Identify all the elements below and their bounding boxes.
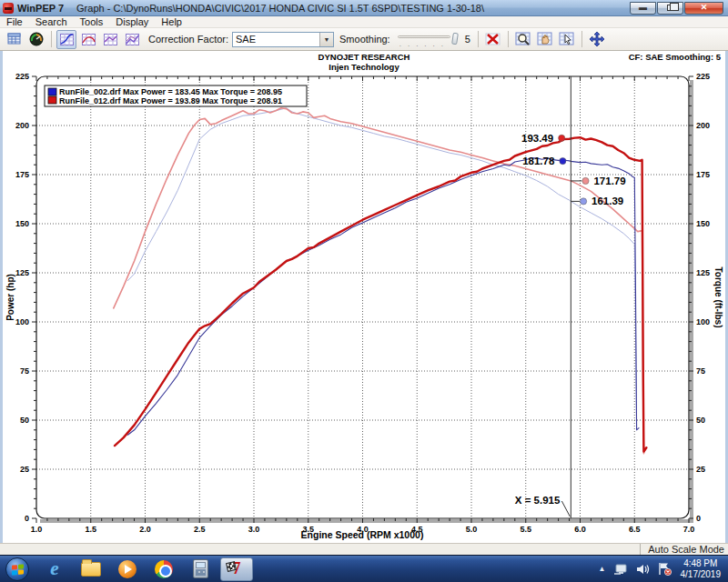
svg-text:225: 225 — [696, 72, 710, 81]
svg-text:25: 25 — [20, 465, 29, 474]
taskbar-internet-explorer[interactable]: e — [38, 557, 71, 581]
clock-time: 4:48 PM — [681, 558, 722, 569]
delete-graph-button[interactable] — [483, 30, 503, 49]
magnifier-icon — [515, 32, 531, 46]
hand-icon — [537, 32, 553, 46]
correction-factor-select[interactable]: SAE ▼ — [232, 32, 334, 47]
combo-dropdown-icon[interactable]: ▼ — [319, 33, 333, 46]
toolbar-separator — [581, 31, 582, 47]
taskbar-chrome[interactable] — [147, 557, 180, 581]
legend-run012: RunFile_012.drf Max Power = 193.89 Max T… — [59, 96, 282, 105]
winpep-taskbar-icon: 7 — [233, 559, 241, 578]
gauge-icon — [29, 32, 44, 46]
select-graph-button[interactable] — [557, 30, 577, 49]
tray-expand-icon[interactable]: ▲ — [599, 565, 606, 573]
svg-text:175: 175 — [696, 170, 710, 179]
svg-text:3.0: 3.0 — [248, 525, 260, 534]
minimize-button[interactable]: ▬ — [630, 2, 656, 15]
curve-runfile-002-torque — [127, 108, 636, 430]
taskbar-media-player[interactable] — [111, 557, 144, 581]
taskbar-winpep-active[interactable]: 7 — [220, 557, 253, 581]
calculator-icon — [193, 559, 208, 578]
graph-view-4-button[interactable] — [122, 30, 142, 49]
cursor-marker-label: 161.39 — [592, 196, 623, 206]
pan-graph-button[interactable] — [535, 30, 555, 49]
zoom-graph-button[interactable] — [513, 30, 533, 49]
svg-text:125: 125 — [15, 268, 29, 277]
graph-red-icon — [82, 34, 96, 45]
dyno-curves — [114, 108, 647, 454]
move-cursor-button[interactable] — [587, 30, 607, 49]
svg-text:75: 75 — [20, 366, 29, 376]
smoothing-value: 5 — [465, 34, 470, 45]
slider-ticks: ...... — [399, 40, 450, 48]
close-button[interactable]: ✕ — [684, 2, 723, 15]
slider-handle[interactable] — [451, 33, 459, 45]
svg-text:200: 200 — [696, 121, 710, 130]
legend-swatch-run002 — [48, 88, 56, 95]
svg-text:2.5: 2.5 — [194, 525, 206, 534]
toolbar-separator — [508, 31, 509, 47]
curve-runfile-012-power — [115, 137, 646, 451]
cursor-x-label: X = 5.915 — [515, 495, 561, 506]
table-icon — [7, 33, 22, 45]
menu-file[interactable]: File — [0, 16, 29, 27]
windows-logo-icon — [12, 564, 24, 575]
legend-run002: RunFile_002.drf Max Power = 183.45 Max T… — [59, 87, 282, 96]
cursor-marker-label: 193.49 — [521, 133, 553, 144]
media-player-icon — [118, 560, 136, 578]
graph-view-3-button[interactable] — [100, 30, 120, 49]
legend-box: RunFile_002.drf Max Power = 183.45 Max T… — [45, 85, 307, 106]
x-axis-title: Engine Speed (RPM x1000) — [301, 529, 424, 540]
start-button[interactable] — [5, 557, 29, 581]
svg-text:150: 150 — [15, 219, 29, 228]
restore-button[interactable] — [657, 2, 683, 15]
cursor-x-connector — [561, 501, 570, 517]
menu-search[interactable]: Search — [29, 16, 74, 27]
cursor-marker-dot — [560, 157, 566, 164]
plot-shadow-right — [690, 80, 693, 522]
chrome-icon — [155, 560, 173, 578]
graph-view-2-button[interactable] — [78, 30, 98, 49]
gauge-button[interactable] — [26, 30, 46, 49]
cursor-layer[interactable]: 193.49181.78171.79161.39X = 5.915 — [515, 76, 626, 518]
menu-display[interactable]: Display — [109, 16, 155, 27]
volume-icon[interactable] — [635, 563, 650, 576]
dyno-plot[interactable]: DYNOJET RESEARCH Injen Technology CF: SA… — [3, 51, 725, 543]
svg-text:150: 150 — [696, 219, 710, 228]
svg-text:7.0: 7.0 — [683, 525, 695, 534]
legend-swatch-run012 — [48, 96, 56, 104]
taskbar-file-explorer[interactable] — [75, 557, 107, 581]
tray-clock[interactable]: 4:48 PM 4/17/2019 — [681, 558, 722, 580]
app-name: WinPEP 7 — [17, 3, 64, 14]
pointer-icon — [559, 32, 575, 46]
svg-text:5.0: 5.0 — [466, 525, 478, 534]
menu-help[interactable]: Help — [155, 16, 188, 27]
folder-icon — [81, 562, 101, 577]
action-center-flag-icon[interactable] — [657, 562, 672, 576]
runs-table-button[interactable] — [5, 30, 25, 49]
smoothing-label: Smoothing: — [339, 34, 390, 45]
cursor-marker-label: 181.78 — [522, 156, 555, 166]
smoothing-slider[interactable]: ...... — [398, 33, 458, 45]
svg-text:75: 75 — [696, 366, 705, 376]
network-icon[interactable] — [613, 563, 628, 576]
svg-text:225: 225 — [15, 72, 29, 81]
winpep-app-icon — [3, 3, 14, 14]
svg-text:50: 50 — [20, 416, 29, 425]
svg-text:100: 100 — [15, 317, 29, 326]
move-cross-icon — [589, 31, 605, 47]
menu-tools[interactable]: Tools — [74, 16, 110, 27]
graph-view-1-button[interactable] — [56, 30, 76, 49]
clock-date: 4/17/2019 — [681, 569, 722, 580]
svg-text:6.5: 6.5 — [629, 525, 641, 534]
taskbar: e 7 ▲ 4:48 PM 4/17/2019 — [0, 555, 728, 582]
cursor-marker-label: 171.79 — [593, 176, 625, 186]
header-line2: Injen Technology — [329, 62, 399, 72]
toolbar: Correction Factor: SAE ▼ Smoothing: ....… — [0, 28, 728, 51]
plot-shadow-bottom — [40, 519, 693, 523]
internet-explorer-icon: e — [50, 557, 58, 580]
svg-text:175: 175 — [15, 170, 29, 179]
taskbar-calculator[interactable] — [184, 557, 217, 581]
svg-text:1.5: 1.5 — [85, 525, 96, 534]
